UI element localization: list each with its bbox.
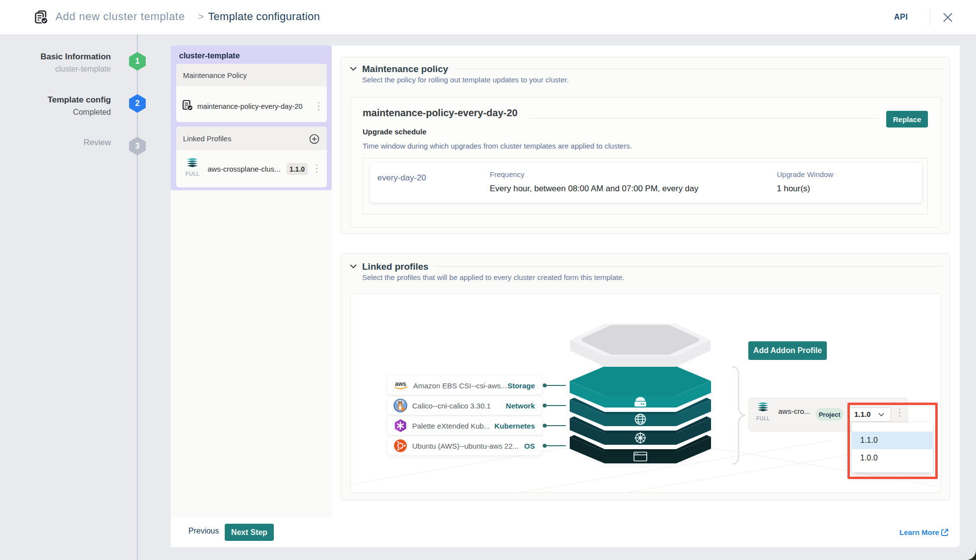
svg-text:aws: aws — [395, 381, 406, 387]
